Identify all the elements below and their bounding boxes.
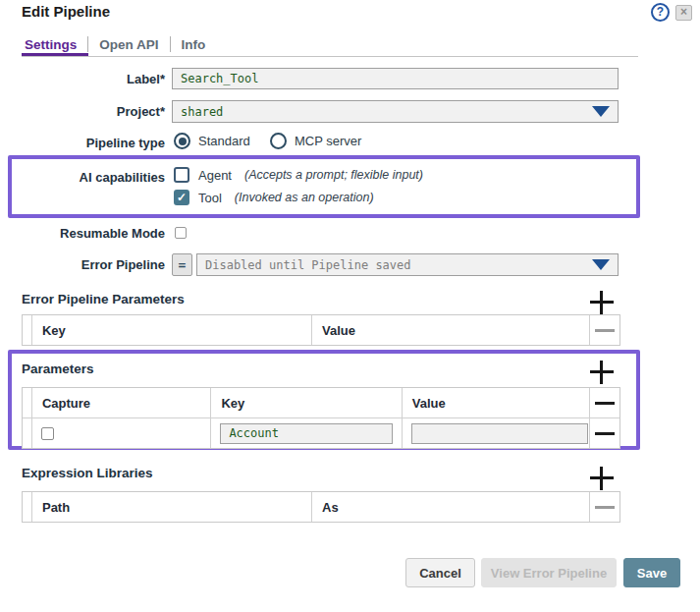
add-parameter-button[interactable] (590, 361, 614, 384)
tab-divider-line (22, 56, 638, 57)
resumable-mode-checkbox[interactable] (175, 227, 187, 239)
minus-icon (595, 402, 615, 405)
tab-separator (170, 36, 171, 52)
radio-standard-label: Standard (198, 134, 250, 148)
chevron-down-icon (592, 106, 610, 117)
pipeline-type-label: Pipeline type (8, 136, 165, 150)
value-cell (403, 418, 590, 448)
error-pipeline-label: Error Pipeline (8, 257, 165, 272)
remove-row-button[interactable] (590, 492, 619, 522)
capture-checkbox[interactable] (41, 427, 54, 440)
tab-info[interactable]: Info (182, 37, 206, 52)
tool-label: Tool (198, 191, 222, 205)
parameter-value-input[interactable] (411, 423, 588, 444)
row-handle-cell (23, 492, 32, 522)
project-selected-value: shared (181, 105, 592, 119)
label-field-label: Label* (8, 72, 165, 86)
agent-label: Agent (198, 168, 232, 183)
key-cell (211, 418, 402, 448)
parameters-title: Parameters (22, 362, 94, 376)
tab-open-api[interactable]: Open API (99, 37, 158, 52)
radio-mcp-label: MCP server (295, 134, 361, 148)
radio-mcp-server[interactable] (270, 133, 287, 149)
tab-settings[interactable]: Settings (25, 37, 77, 52)
column-header-key: Key (32, 315, 312, 345)
close-icon[interactable]: × (675, 5, 692, 21)
agent-checkbox[interactable] (174, 167, 189, 183)
capture-cell (32, 418, 211, 448)
parameter-key-input[interactable] (220, 423, 393, 444)
expression-libraries-table: Path As (22, 491, 620, 523)
minus-icon (595, 432, 615, 435)
row-handle-cell (23, 315, 32, 345)
remove-row-button[interactable] (590, 388, 619, 417)
add-error-pipeline-parameter-button[interactable] (590, 291, 614, 314)
edit-pipeline-dialog: Edit Pipeline ? × Settings Open API Info… (0, 0, 700, 612)
project-select[interactable]: shared (172, 100, 619, 123)
tool-capability-row: ✓ Tool (Invoked as an operation) (174, 190, 374, 205)
column-header-path: Path (32, 492, 312, 522)
error-pipeline-value: Disabled until Pipeline saved (205, 258, 592, 272)
help-icon[interactable]: ? (651, 3, 670, 22)
label-input[interactable] (172, 68, 619, 89)
agent-note: (Accepts a prompt; flexible input) (244, 168, 423, 182)
pipeline-type-mcp-option: MCP server (270, 133, 361, 149)
parameter-row (23, 417, 619, 448)
remove-row-button[interactable] (590, 418, 619, 448)
ai-capabilities-label: AI capabilities (8, 170, 165, 185)
view-error-pipeline-button[interactable]: View Error Pipeline (481, 558, 617, 587)
chevron-down-icon (592, 259, 610, 270)
parameters-table: Capture Key Value (22, 387, 620, 449)
expression-libraries-title: Expression Libraries (22, 466, 153, 480)
pipeline-type-standard-option: Standard (174, 133, 250, 149)
save-button[interactable]: Save (623, 558, 680, 587)
remove-row-button[interactable] (590, 315, 619, 345)
row-handle-cell (23, 418, 32, 448)
project-field-label: Project* (8, 104, 165, 119)
page-title: Edit Pipeline (22, 3, 110, 20)
column-header-as: As (312, 492, 590, 522)
minus-icon (595, 506, 615, 509)
tool-note: (Invoked as an operation) (235, 191, 374, 204)
agent-capability-row: Agent (Accepts a prompt; flexible input) (174, 167, 423, 183)
expression-equals-button[interactable]: = (172, 253, 192, 276)
ai-capabilities-highlight-box (8, 155, 640, 218)
column-header-key: Key (211, 388, 402, 417)
error-pipeline-parameters-title: Error Pipeline Parameters (22, 292, 185, 306)
table-header-row: Capture Key Value (23, 388, 619, 417)
column-header-value: Value (403, 388, 590, 417)
cancel-button[interactable]: Cancel (405, 558, 475, 587)
error-pipeline-select[interactable]: Disabled until Pipeline saved (196, 253, 619, 276)
error-pipeline-parameters-table: Key Value (22, 314, 620, 346)
resumable-mode-label: Resumable Mode (8, 226, 165, 241)
minus-icon (595, 329, 615, 332)
radio-selected-dot (179, 138, 187, 145)
add-expression-library-button[interactable] (590, 467, 614, 490)
radio-standard[interactable] (174, 133, 190, 149)
column-header-value: Value (312, 315, 590, 345)
table-header-row: Key Value (23, 315, 619, 345)
row-handle-cell (23, 388, 32, 417)
tab-bar: Settings Open API Info (25, 36, 205, 52)
tab-separator (87, 36, 88, 52)
tool-checkbox[interactable]: ✓ (174, 190, 189, 205)
column-header-capture: Capture (32, 388, 211, 417)
table-header-row: Path As (23, 492, 619, 522)
